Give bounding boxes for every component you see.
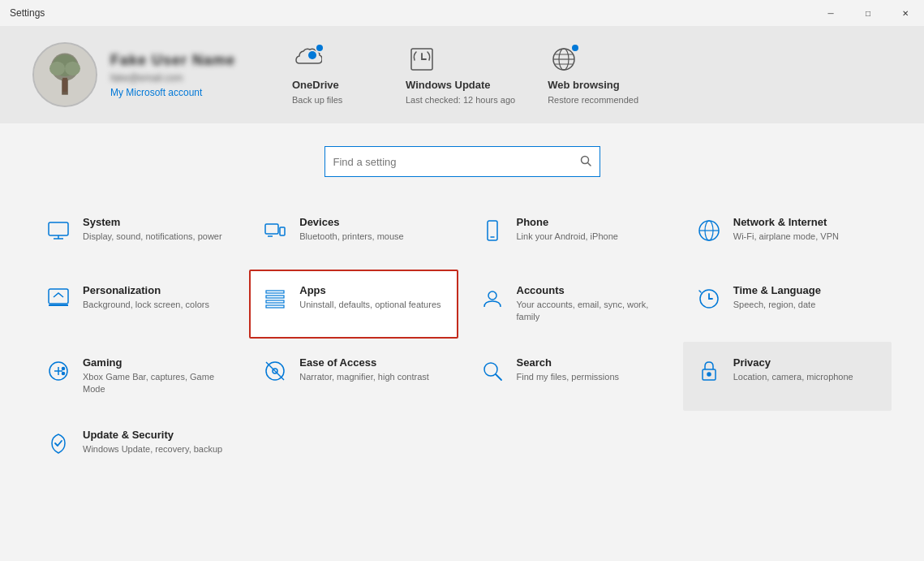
phone-title: Phone <box>517 216 618 228</box>
apps-subtitle: Uninstall, defaults, optional features <box>299 299 441 311</box>
svg-rect-19 <box>265 224 278 234</box>
ease-subtitle: Narrator, magnifier, high contrast <box>299 371 429 383</box>
svg-point-5 <box>65 62 80 76</box>
update-subtitle: Windows Update, recovery, backup <box>83 443 222 455</box>
update-icon <box>45 430 71 456</box>
windows-update-icon-container <box>406 43 438 76</box>
search-icon <box>479 358 505 384</box>
svg-rect-29 <box>266 291 284 293</box>
update-title: Update & Security <box>83 429 222 441</box>
web-browsing-title: Web browsing <box>548 79 620 91</box>
header-item-onedrive[interactable]: OneDrive Back up files <box>292 43 373 106</box>
profile-name: Fake User Name <box>110 52 235 69</box>
web-browsing-badge <box>570 43 580 53</box>
svg-line-15 <box>587 162 591 166</box>
svg-point-46 <box>707 373 711 376</box>
system-title: System <box>83 216 222 228</box>
settings-item-privacy[interactable]: PrivacyLocation, camera, microphone <box>683 342 892 411</box>
minimize-button[interactable]: ─ <box>812 0 849 26</box>
svg-rect-16 <box>49 222 68 235</box>
search-title: Search <box>517 356 620 369</box>
header-item-web-browsing[interactable]: Web browsing Restore recommended <box>548 43 638 106</box>
personalization-icon <box>45 286 71 312</box>
time-subtitle: Speech, region, date <box>733 299 821 311</box>
search-input[interactable] <box>333 156 580 168</box>
phone-icon <box>479 218 505 244</box>
gaming-subtitle: Xbox Game Bar, captures, Game Mode <box>83 371 228 396</box>
settings-item-search[interactable]: SearchFind my files, permissions <box>466 342 675 411</box>
svg-point-38 <box>62 367 65 369</box>
windows-update-title: Windows Update <box>406 79 491 91</box>
privacy-title: Privacy <box>733 356 853 369</box>
settings-item-network[interactable]: Network & InternetWi-Fi, airplane mode, … <box>683 201 892 266</box>
svg-point-7 <box>308 51 316 59</box>
header: Fake User Name fake@email.com My Microso… <box>0 26 924 123</box>
apps-title: Apps <box>299 284 441 296</box>
header-item-windows-update[interactable]: Windows Update Last checked: 12 hours ag… <box>406 43 515 106</box>
onedrive-icon-container <box>292 43 324 76</box>
search-box <box>324 146 600 177</box>
settings-item-devices[interactable]: DevicesBluetooth, printers, mouse <box>249 201 458 266</box>
microsoft-account-link[interactable]: My Microsoft account <box>110 87 235 98</box>
profile-section: Fake User Name fake@email.com My Microso… <box>32 42 260 107</box>
search-section <box>0 123 924 193</box>
settings-item-apps[interactable]: AppsUninstall, defaults, optional featur… <box>249 270 458 339</box>
system-icon <box>45 218 71 244</box>
ease-title: Ease of Access <box>299 356 429 369</box>
devices-icon <box>262 218 288 244</box>
onedrive-badge <box>315 43 324 53</box>
web-browsing-subtitle: Restore recommended <box>548 94 638 106</box>
search-subtitle: Find my files, permissions <box>517 371 620 383</box>
network-subtitle: Wi-Fi, airplane mode, VPN <box>733 231 839 243</box>
svg-rect-6 <box>62 78 67 92</box>
avatar <box>32 42 97 107</box>
onedrive-subtitle: Back up files <box>292 94 342 106</box>
network-title: Network & Internet <box>733 216 839 228</box>
maximize-button[interactable]: □ <box>849 0 887 26</box>
gaming-title: Gaming <box>83 356 228 369</box>
settings-item-system[interactable]: SystemDisplay, sound, notifications, pow… <box>32 201 241 266</box>
system-subtitle: Display, sound, notifications, power <box>83 231 222 243</box>
accounts-subtitle: Your accounts, email, sync, work, family <box>517 299 662 324</box>
svg-point-39 <box>62 372 65 374</box>
close-button[interactable]: ✕ <box>887 0 924 26</box>
svg-rect-27 <box>49 289 68 304</box>
time-title: Time & Language <box>733 284 821 296</box>
settings-grid: SystemDisplay, sound, notifications, pow… <box>0 193 924 487</box>
search-button[interactable] <box>580 155 591 169</box>
svg-rect-30 <box>266 296 284 298</box>
profile-email: fake@email.com <box>110 72 235 84</box>
settings-item-update[interactable]: Update & SecurityWindows Update, recover… <box>32 414 241 479</box>
time-icon <box>696 286 722 312</box>
header-quick-items: OneDrive Back up files Windows Update La… <box>292 43 638 106</box>
devices-title: Devices <box>299 216 403 228</box>
settings-item-phone[interactable]: PhoneLink your Android, iPhone <box>466 201 675 266</box>
settings-item-time[interactable]: Time & LanguageSpeech, region, date <box>683 270 892 339</box>
svg-rect-32 <box>266 305 284 308</box>
settings-item-gaming[interactable]: GamingXbox Game Bar, captures, Game Mode <box>32 342 241 411</box>
svg-rect-20 <box>280 227 285 235</box>
settings-item-accounts[interactable]: AccountsYour accounts, email, sync, work… <box>466 270 675 339</box>
personalization-title: Personalization <box>83 284 209 296</box>
accounts-title: Accounts <box>517 284 662 296</box>
settings-item-ease[interactable]: Ease of AccessNarrator, magnifier, high … <box>249 342 458 411</box>
phone-subtitle: Link your Android, iPhone <box>517 231 618 243</box>
privacy-subtitle: Location, camera, microphone <box>733 371 853 383</box>
gaming-icon <box>45 358 71 384</box>
personalization-subtitle: Background, lock screen, colors <box>83 299 209 311</box>
privacy-icon <box>696 358 722 384</box>
ease-icon <box>262 358 288 384</box>
web-browsing-icon-container <box>548 43 580 76</box>
svg-point-33 <box>488 291 496 300</box>
network-icon <box>696 218 722 244</box>
devices-subtitle: Bluetooth, printers, mouse <box>299 231 403 243</box>
windows-update-subtitle: Last checked: 12 hours ago <box>406 94 515 106</box>
title-bar: Settings ─ □ ✕ <box>0 0 924 26</box>
svg-point-4 <box>49 62 65 76</box>
window-controls: ─ □ ✕ <box>812 0 924 26</box>
settings-item-personalization[interactable]: PersonalizationBackground, lock screen, … <box>32 270 241 339</box>
onedrive-title: OneDrive <box>292 79 339 91</box>
accounts-icon <box>479 286 505 312</box>
app-title: Settings <box>10 7 45 19</box>
svg-rect-31 <box>266 300 284 303</box>
